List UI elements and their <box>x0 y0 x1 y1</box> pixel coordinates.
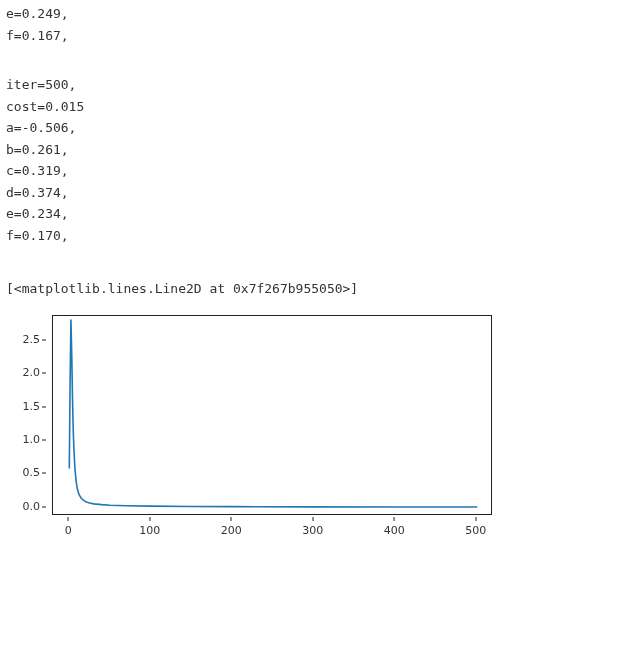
x-tick-label: 0 <box>65 523 72 540</box>
cell-result-repr: [<matplotlib.lines.Line2D at 0x7f267b955… <box>6 279 621 299</box>
output-line: cost=0.015 <box>6 97 621 117</box>
plot-area <box>52 315 492 515</box>
series-line <box>69 320 476 507</box>
output-line: f=0.167, <box>6 26 621 46</box>
y-tick-label: 2.5 <box>23 332 41 349</box>
output-line: a=-0.506, <box>6 118 621 138</box>
cell-output-block-2: iter=500, cost=0.015 a=-0.506, b=0.261, … <box>6 75 621 245</box>
x-tick-mark <box>394 517 395 521</box>
y-axis-ticks: 0.00.51.01.52.02.5 <box>6 315 46 515</box>
output-line: c=0.319, <box>6 161 621 181</box>
x-tick-label: 300 <box>302 523 323 540</box>
y-tick-label: 0.5 <box>23 465 41 482</box>
x-tick-label: 500 <box>465 523 486 540</box>
x-tick-mark <box>231 517 232 521</box>
y-tick-label: 2.0 <box>23 365 41 382</box>
y-tick-mark <box>42 473 46 474</box>
y-tick-mark <box>42 373 46 374</box>
y-tick-label: 0.0 <box>23 498 41 515</box>
x-tick-mark <box>149 517 150 521</box>
x-tick-label: 200 <box>221 523 242 540</box>
y-tick-label: 1.5 <box>23 398 41 415</box>
y-tick-mark <box>42 439 46 440</box>
x-tick-mark <box>312 517 313 521</box>
cell-output-block-1: e=0.249, f=0.167, <box>6 4 621 45</box>
x-tick-label: 400 <box>384 523 405 540</box>
y-tick-mark <box>42 339 46 340</box>
plot-svg <box>53 316 493 516</box>
output-line: e=0.249, <box>6 4 621 24</box>
output-line: d=0.374, <box>6 183 621 203</box>
cost-line-chart: 0.00.51.01.52.02.5 0100200300400500 <box>6 307 506 537</box>
output-line: f=0.170, <box>6 226 621 246</box>
spacer <box>6 247 621 279</box>
spacer <box>6 47 621 75</box>
x-tick-mark <box>475 517 476 521</box>
y-tick-mark <box>42 506 46 507</box>
y-tick-label: 1.0 <box>23 432 41 449</box>
x-axis-ticks: 0100200300400500 <box>52 517 492 537</box>
x-tick-label: 100 <box>139 523 160 540</box>
x-tick-mark <box>68 517 69 521</box>
output-line: iter=500, <box>6 75 621 95</box>
output-line: b=0.261, <box>6 140 621 160</box>
y-tick-mark <box>42 406 46 407</box>
output-line: e=0.234, <box>6 204 621 224</box>
